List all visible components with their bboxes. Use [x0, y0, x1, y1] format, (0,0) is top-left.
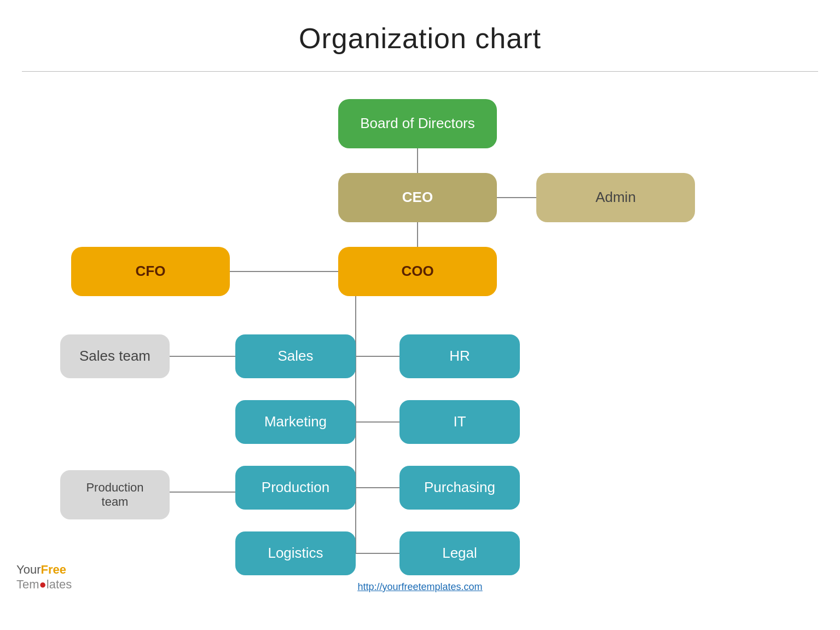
- production-node: Production: [235, 466, 356, 510]
- cfo-label: CFO: [136, 263, 166, 280]
- hr-label: HR: [449, 348, 470, 365]
- it-node: IT: [399, 400, 520, 444]
- legal-node: Legal: [399, 531, 520, 575]
- footer-link[interactable]: http://yourfreetemplates.com: [357, 581, 482, 592]
- marketing-node: Marketing: [235, 400, 356, 444]
- hr-node: HR: [399, 334, 520, 378]
- logistics-label: Logistics: [268, 545, 323, 562]
- board-label: Board of Directors: [360, 115, 475, 132]
- footer-url[interactable]: http://yourfreetemplates.com: [0, 581, 840, 593]
- org-chart: Board of Directors CEO Admin CFO COO Sal…: [0, 77, 840, 603]
- admin-label: Admin: [595, 189, 636, 206]
- sales-team-label: Sales team: [79, 348, 150, 365]
- ceo-node: CEO: [338, 173, 497, 222]
- it-label: IT: [453, 413, 466, 430]
- logo-free: Free: [40, 563, 66, 576]
- divider: [22, 71, 818, 72]
- sales-node: Sales: [235, 334, 356, 378]
- sales-label: Sales: [277, 348, 313, 365]
- ceo-label: CEO: [402, 189, 433, 206]
- coo-label: COO: [401, 263, 433, 280]
- coo-node: COO: [338, 247, 497, 296]
- purchasing-node: Purchasing: [399, 466, 520, 510]
- logistics-node: Logistics: [235, 531, 356, 575]
- marketing-label: Marketing: [264, 413, 327, 430]
- logo-your: Your: [16, 563, 40, 576]
- purchasing-label: Purchasing: [424, 479, 495, 496]
- cfo-node: CFO: [71, 247, 230, 296]
- production-label: Production: [262, 479, 329, 496]
- sales-team-node: Sales team: [60, 334, 170, 378]
- board-of-directors-node: Board of Directors: [338, 99, 497, 148]
- production-team-label: Production team: [86, 481, 143, 510]
- legal-label: Legal: [442, 545, 477, 562]
- admin-node: Admin: [536, 173, 695, 222]
- production-team-node: Production team: [60, 470, 170, 519]
- page-title: Organization chart: [0, 0, 840, 71]
